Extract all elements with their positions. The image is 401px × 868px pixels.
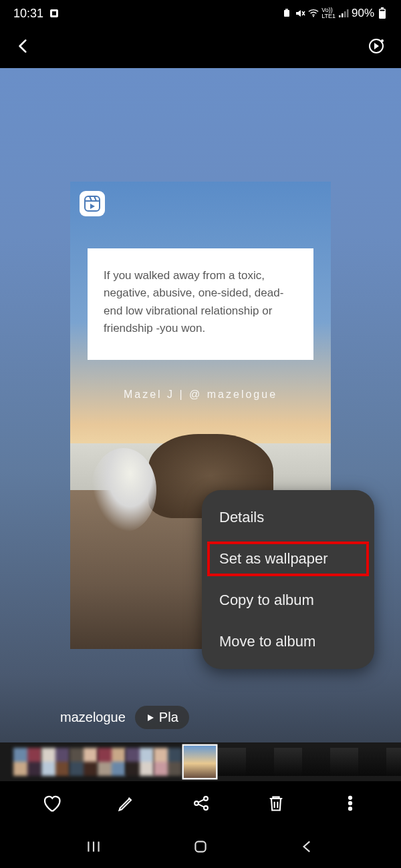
svg-point-18 xyxy=(349,802,352,805)
status-time: 10:31 xyxy=(13,7,43,21)
thumbnail[interactable] xyxy=(126,748,154,776)
thumbnail[interactable] xyxy=(154,748,182,776)
remaster-button[interactable] xyxy=(366,36,386,59)
play-motion-button[interactable]: Pla xyxy=(135,706,189,729)
wifi-icon xyxy=(308,8,319,19)
play-label: Pla xyxy=(159,710,178,725)
menu-item-details[interactable]: Details xyxy=(202,497,374,538)
nav-back[interactable] xyxy=(299,838,316,858)
thumbnail[interactable] xyxy=(41,748,70,776)
svg-point-17 xyxy=(349,797,352,799)
thumbnail-strip[interactable] xyxy=(0,742,401,781)
battery-icon xyxy=(377,8,388,19)
thumbnail[interactable] xyxy=(274,748,302,776)
thumbnail[interactable] xyxy=(386,748,401,776)
network-label: Vo)) LTE1 xyxy=(321,7,336,19)
svg-rect-7 xyxy=(347,9,349,17)
thumbnail[interactable] xyxy=(246,748,274,776)
screenshot-icon xyxy=(49,8,59,19)
svg-point-12 xyxy=(381,39,384,42)
thumbnail[interactable] xyxy=(218,748,246,776)
back-button[interactable] xyxy=(15,37,32,57)
svg-rect-20 xyxy=(195,841,205,851)
thumbnail-selected[interactable] xyxy=(184,746,216,778)
menu-item-set-as-wallpaper[interactable]: Set as wallpaper xyxy=(206,540,370,578)
mute-icon xyxy=(295,8,305,19)
menu-item-move-to-album[interactable]: Move to album xyxy=(202,621,374,662)
thumbnail[interactable] xyxy=(358,748,386,776)
svg-point-3 xyxy=(313,15,314,17)
photo-viewer[interactable]: If you walked away from a toxic, negativ… xyxy=(0,68,401,742)
context-menu: DetailsSet as wallpaperCopy to albumMove… xyxy=(202,490,374,669)
share-button[interactable] xyxy=(192,794,211,815)
alarm-icon xyxy=(281,8,292,19)
thumbnail[interactable] xyxy=(98,748,126,776)
svg-rect-6 xyxy=(344,11,346,17)
reels-icon xyxy=(80,191,105,216)
svg-rect-10 xyxy=(380,10,385,11)
svg-rect-2 xyxy=(284,10,289,17)
svg-rect-5 xyxy=(342,13,344,17)
watermark-text: Mazel J | @ mazelogue xyxy=(70,389,331,401)
thumbnail[interactable] xyxy=(302,748,330,776)
favorite-button[interactable] xyxy=(41,793,61,816)
svg-rect-1 xyxy=(52,11,56,15)
action-bar xyxy=(0,781,401,828)
nav-recents[interactable] xyxy=(85,838,102,858)
edit-button[interactable] xyxy=(117,794,136,815)
quote-text: If you walked away from a toxic, negativ… xyxy=(88,248,313,360)
system-nav-bar xyxy=(0,828,401,868)
battery-percent: 90% xyxy=(352,7,374,20)
signal-icon xyxy=(338,8,349,19)
thumbnail[interactable] xyxy=(330,748,358,776)
svg-rect-4 xyxy=(339,15,341,17)
thumbnail[interactable] xyxy=(70,748,98,776)
status-bar: 10:31 Vo)) LTE1 90% xyxy=(0,0,401,27)
delete-button[interactable] xyxy=(267,794,285,815)
thumbnail[interactable] xyxy=(13,748,41,776)
app-header xyxy=(0,27,401,68)
svg-rect-9 xyxy=(381,7,384,9)
caption-row: mazelogue Pla xyxy=(0,706,401,729)
source-tag[interactable]: mazelogue xyxy=(60,710,126,725)
svg-point-19 xyxy=(349,807,352,810)
nav-home[interactable] xyxy=(192,838,209,858)
menu-item-copy-to-album[interactable]: Copy to album xyxy=(202,580,374,621)
svg-rect-13 xyxy=(85,196,100,211)
more-button[interactable] xyxy=(341,794,360,815)
